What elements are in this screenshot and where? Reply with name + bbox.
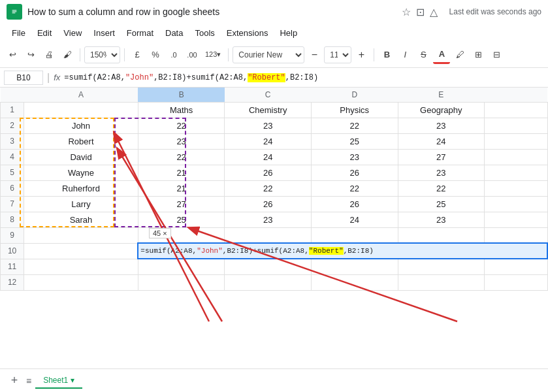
cell-reference-input[interactable] xyxy=(4,71,43,85)
cell-a5[interactable]: Wayne xyxy=(24,165,138,180)
col-header-b[interactable]: B xyxy=(138,88,225,102)
font-family-select[interactable]: Courier New xyxy=(233,46,304,63)
currency-button[interactable]: £ xyxy=(129,46,146,64)
menu-tools[interactable]: Tools xyxy=(189,26,219,40)
add-sheet-button[interactable]: + xyxy=(7,373,22,389)
cell-c2[interactable]: 23 xyxy=(225,118,312,133)
cell-e11[interactable] xyxy=(398,259,485,274)
italic-button[interactable]: I xyxy=(396,46,413,64)
drive-icon[interactable]: △ xyxy=(430,6,438,18)
cell-d6[interactable]: 22 xyxy=(311,180,398,196)
cell-b7[interactable]: 27 xyxy=(138,196,225,212)
font-increase-button[interactable]: + xyxy=(353,46,370,64)
sheet-list-button[interactable]: ≡ xyxy=(26,376,31,386)
paint-format-button[interactable]: 🖌 xyxy=(59,46,76,64)
cell-c4[interactable]: 24 xyxy=(225,149,312,165)
borders-button[interactable]: ⊞ xyxy=(470,46,487,64)
formula-display[interactable]: =sumif(A2:A8,"John",B2:I8)+sumif(A2:A8,"… xyxy=(64,73,544,82)
cell-d1[interactable]: Physics xyxy=(311,102,398,118)
cell-c1[interactable]: Chemistry xyxy=(225,102,312,118)
cell-b2[interactable]: 22 xyxy=(138,118,225,133)
menu-view[interactable]: View xyxy=(58,26,87,40)
cell-e7[interactable]: 25 xyxy=(398,196,485,212)
cell-a8[interactable]: Sarah xyxy=(24,212,138,227)
cell-a1[interactable] xyxy=(24,102,138,118)
percent-button[interactable]: % xyxy=(147,46,164,64)
col-header-a[interactable]: A xyxy=(24,88,138,102)
cell-b1[interactable]: Maths xyxy=(138,102,225,118)
text-color-button[interactable]: A xyxy=(433,46,450,64)
cell-a6[interactable]: Ruherford xyxy=(24,180,138,196)
menu-format[interactable]: Format xyxy=(121,26,159,40)
cell-a4[interactable]: David xyxy=(24,149,138,165)
strikethrough-button[interactable]: S xyxy=(415,46,432,64)
cell-e8[interactable]: 23 xyxy=(398,212,485,227)
cell-b4[interactable]: 22 xyxy=(138,149,225,165)
cloud-icon[interactable]: ⊡ xyxy=(416,6,425,18)
font-decrease-button[interactable]: − xyxy=(306,46,323,64)
cell-e2[interactable]: 23 xyxy=(398,118,485,133)
cell-e6[interactable]: 22 xyxy=(398,180,485,196)
cell-a7[interactable]: Larry xyxy=(24,196,138,212)
cell-c3[interactable]: 24 xyxy=(225,133,312,149)
decimal-decrease-button[interactable]: .0 xyxy=(165,46,182,64)
cell-c5[interactable]: 26 xyxy=(225,165,312,180)
cell-b5[interactable]: 21 xyxy=(138,165,225,180)
cell-d7[interactable]: 26 xyxy=(311,196,398,212)
cell-d5[interactable]: 26 xyxy=(311,165,398,180)
menu-data[interactable]: Data xyxy=(160,26,188,40)
cell-c9[interactable] xyxy=(225,227,312,243)
cell-b10[interactable]: =sumif(A2:A8,"John",B2:I8)+sumif(A2:A8,"… xyxy=(138,243,547,259)
cell-e3[interactable]: 24 xyxy=(398,133,485,149)
cell-d11[interactable] xyxy=(311,259,398,274)
menu-edit[interactable]: Edit xyxy=(32,26,57,40)
cell-c6[interactable]: 22 xyxy=(225,180,312,196)
menu-insert[interactable]: Insert xyxy=(88,26,120,40)
cell-a12[interactable] xyxy=(24,274,138,290)
cell-d8[interactable]: 24 xyxy=(311,212,398,227)
cell-b6[interactable]: 21 xyxy=(138,180,225,196)
col-header-d[interactable]: D xyxy=(311,88,398,102)
cell-e9[interactable] xyxy=(398,227,485,243)
cell-a2[interactable]: John xyxy=(24,118,138,133)
menu-help[interactable]: Help xyxy=(274,26,302,40)
cell-d3[interactable]: 25 xyxy=(311,133,398,149)
menu-file[interactable]: File xyxy=(7,26,31,40)
cell-d2[interactable]: 22 xyxy=(311,118,398,133)
star-icon[interactable]: ☆ xyxy=(402,6,411,18)
cell-c12[interactable] xyxy=(225,274,312,290)
highlight-color-button[interactable]: 🖊 xyxy=(451,46,468,64)
cell-d9[interactable] xyxy=(311,227,398,243)
cell-a3[interactable]: Robert xyxy=(24,133,138,149)
cell-b12[interactable] xyxy=(138,274,225,290)
bold-button[interactable]: B xyxy=(378,46,395,64)
cell-a10[interactable] xyxy=(24,243,138,259)
cell-c8[interactable]: 23 xyxy=(225,212,312,227)
cell-e5[interactable]: 23 xyxy=(398,165,485,180)
print-button[interactable]: 🖨 xyxy=(40,46,57,64)
cell-b8[interactable]: 25 xyxy=(138,212,225,227)
font-size-select[interactable]: 11 xyxy=(324,46,351,63)
menu-extensions[interactable]: Extensions xyxy=(221,26,274,40)
cell-a11[interactable] xyxy=(24,259,138,274)
merge-button[interactable]: ⊟ xyxy=(488,46,505,64)
col-header-e[interactable]: E xyxy=(398,88,485,102)
undo-button[interactable]: ↩ xyxy=(4,46,21,64)
cell-d4[interactable]: 23 xyxy=(311,149,398,165)
cell-d12[interactable] xyxy=(311,274,398,290)
cell-e12[interactable] xyxy=(398,274,485,290)
cell-b11[interactable] xyxy=(138,259,225,274)
cell-e1[interactable]: Geography xyxy=(398,102,485,118)
cell-extra-7 xyxy=(485,196,547,212)
format-type-button[interactable]: 123▾ xyxy=(202,46,224,64)
zoom-select[interactable]: 150% xyxy=(84,46,120,63)
cell-c11[interactable] xyxy=(225,259,312,274)
sheet-tab-sheet1[interactable]: Sheet1 ▾ xyxy=(35,373,82,389)
cell-b3[interactable]: 23 xyxy=(138,133,225,149)
cell-c7[interactable]: 26 xyxy=(225,196,312,212)
decimal-increase-button[interactable]: .00 xyxy=(184,46,201,64)
col-header-c[interactable]: C xyxy=(225,88,312,102)
cell-a9[interactable] xyxy=(24,227,138,243)
cell-e4[interactable]: 27 xyxy=(398,149,485,165)
redo-button[interactable]: ↪ xyxy=(22,46,39,64)
